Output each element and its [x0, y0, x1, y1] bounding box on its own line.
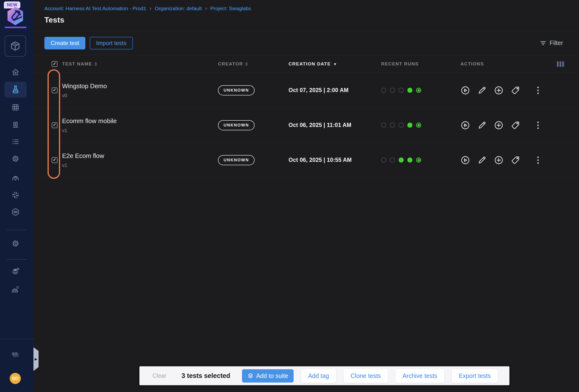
test-version: v0 [62, 93, 218, 98]
test-name[interactable]: Wingstop Demo [62, 82, 218, 90]
row-checkbox[interactable]: ✓ [52, 157, 58, 163]
breadcrumb-project-link[interactable]: Project: Swaglabs [210, 5, 251, 11]
column-header-creation-date[interactable]: CREATION DATE [289, 61, 331, 67]
user-avatar[interactable]: SD [10, 373, 21, 384]
create-test-button[interactable]: Create test [44, 37, 85, 50]
more-options-button[interactable] [533, 120, 543, 130]
plus-circle-icon [494, 120, 504, 130]
select-all-checkbox[interactable]: ✓ [52, 61, 58, 67]
more-options-button[interactable] [533, 155, 543, 165]
filter-button[interactable]: Filter [540, 40, 563, 47]
ai-agent-icon [11, 174, 20, 182]
run-status-dot[interactable] [399, 158, 404, 163]
import-tests-button[interactable]: Import tests [90, 37, 133, 50]
pencil-icon [477, 121, 487, 130]
edit-test-button[interactable] [477, 86, 487, 95]
breadcrumb-separator: › [149, 5, 151, 12]
sidebar-divider [7, 259, 27, 260]
column-header-test-name[interactable]: TEST NAME [62, 61, 92, 67]
run-status-dot[interactable] [381, 123, 386, 128]
sidebar-item-vials[interactable] [4, 117, 27, 133]
add-tag-button[interactable]: Add tag [301, 369, 336, 383]
filter-label: Filter [549, 40, 563, 47]
run-test-button[interactable] [460, 120, 470, 130]
add-to-suite-row-button[interactable] [494, 120, 504, 130]
sidebar-item-ai-agent[interactable] [4, 170, 27, 186]
run-status-dot[interactable] [407, 123, 412, 128]
sidebar-item-tests[interactable] [4, 82, 27, 98]
test-name[interactable]: Ecomm flow mobile [62, 117, 218, 125]
clone-tests-button[interactable]: Clone tests [344, 369, 388, 383]
sidebar-item-pipelines[interactable] [4, 204, 27, 220]
app-root: NEW [0, 0, 579, 392]
export-tests-button[interactable]: Export tests [452, 369, 498, 383]
breadcrumb: Account: Harness AI Test Automation - Pr… [44, 5, 579, 12]
clear-selection-button[interactable]: Clear [152, 373, 166, 379]
sidebar-item-home[interactable] [4, 64, 27, 80]
integrations-icon [11, 191, 20, 199]
tag-icon [511, 156, 520, 165]
run-status-dot[interactable] [416, 123, 421, 128]
sidebar-item-grid[interactable] [4, 99, 27, 115]
harness-ai-test-logo-icon[interactable] [6, 6, 24, 26]
column-header-creator[interactable]: CREATOR [218, 61, 243, 67]
run-status-dot[interactable] [407, 158, 412, 163]
tag-button[interactable] [511, 155, 520, 165]
run-status-dot[interactable] [390, 88, 395, 93]
pencil-icon [477, 156, 487, 165]
run-status-dot[interactable] [381, 158, 386, 163]
run-status-dot[interactable] [399, 88, 404, 93]
more-options-button[interactable] [533, 86, 543, 95]
sidebar-item-account-resources[interactable] [4, 263, 27, 279]
selection-bar: Clear 3 tests selected Add to suite Add … [140, 366, 509, 385]
tests-table: ✓ TEST NAME CREATOR CREATION DATE ▼ RECE… [33, 55, 579, 178]
sidebar-expand-handle[interactable]: ▶ [33, 347, 39, 371]
plus-circle-icon [494, 155, 504, 165]
test-name[interactable]: E2e Ecom flow [62, 152, 218, 160]
edit-test-button[interactable] [477, 120, 487, 130]
sidebar-item-org-structure[interactable] [4, 281, 27, 297]
table-body: ✓ Wingstop Demo v0 UNKNOWN Oct 07, 2025 … [33, 73, 579, 178]
edit-test-button[interactable] [477, 155, 487, 165]
add-to-suite-row-button[interactable] [494, 86, 504, 95]
run-test-button[interactable] [460, 155, 470, 165]
sort-arrows-icon[interactable] [245, 62, 248, 66]
gear-icon [11, 239, 20, 248]
breadcrumb-account-link[interactable]: Account: Harness AI Test Automation - Pr… [44, 5, 146, 11]
run-status-dot[interactable] [390, 123, 395, 128]
sort-arrows-icon[interactable] [94, 62, 97, 66]
breadcrumb-org-link[interactable]: Organization: default [155, 5, 202, 11]
toolbar: Create test Import tests Filter [33, 31, 579, 55]
creator-badge: UNKNOWN [218, 155, 255, 165]
sidebar-divider [7, 230, 27, 230]
play-circle-icon [460, 155, 470, 165]
row-checkbox[interactable]: ✓ [52, 122, 58, 128]
module-switcher-button[interactable] [4, 35, 26, 57]
column-header-actions: ACTIONS [460, 61, 484, 67]
sidebar-item-settings[interactable] [4, 151, 27, 167]
archive-tests-button[interactable]: Archive tests [395, 369, 444, 383]
sidebar-item-integrations[interactable] [4, 187, 27, 203]
run-status-dot[interactable] [390, 158, 395, 163]
recent-runs [381, 123, 421, 128]
tag-button[interactable] [511, 120, 520, 130]
column-selector-icon[interactable] [557, 61, 564, 67]
run-test-button[interactable] [460, 86, 470, 95]
add-to-suite-row-button[interactable] [494, 155, 504, 165]
run-status-dot[interactable] [416, 158, 421, 163]
sort-desc-icon: ▼ [333, 62, 337, 66]
run-status-dot[interactable] [416, 88, 421, 93]
run-status-dot[interactable] [407, 88, 412, 93]
run-status-dot[interactable] [381, 88, 386, 93]
row-checkbox[interactable]: ✓ [52, 87, 58, 93]
tag-button[interactable] [511, 86, 520, 95]
hexagon-infinity-icon [11, 208, 20, 216]
help-chat-button[interactable]: ? [4, 347, 27, 363]
sidebar-item-list[interactable] [4, 134, 27, 150]
add-to-suite-button[interactable]: Add to suite [242, 369, 294, 383]
plus-circle-icon [494, 86, 504, 95]
list-icon [11, 138, 20, 146]
run-status-dot[interactable] [399, 123, 404, 128]
table-row: ✓ Ecomm flow mobile v1 UNKNOWN Oct 06, 2… [33, 108, 579, 143]
sidebar-item-project-settings[interactable] [4, 235, 27, 251]
